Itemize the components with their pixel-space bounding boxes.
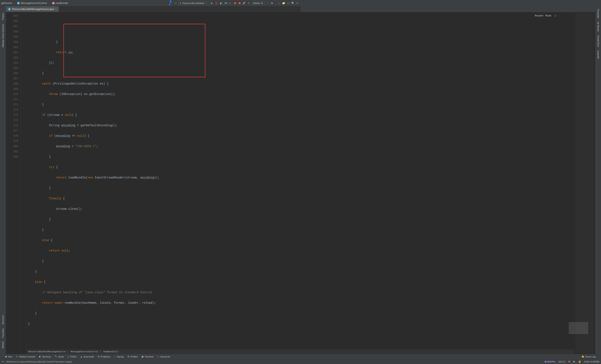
rocket-icon[interactable]: 🚀 xyxy=(242,1,246,5)
run-disabled-icon: ▶ xyxy=(229,1,232,5)
jrebel-selector[interactable]: JRebel▼ xyxy=(251,1,265,5)
coverage-button[interactable]: ◧ xyxy=(219,1,223,5)
debug-button[interactable]: 🐞 xyxy=(215,1,219,5)
run-button[interactable]: ▶ xyxy=(210,1,214,5)
chevron-down-icon: ▼ xyxy=(261,2,263,4)
editor-tab-active[interactable]: C ResourceBundleMessageSource.java × xyxy=(6,6,59,12)
jrebel-debug-icon[interactable]: ⬣ xyxy=(238,1,241,5)
folder-icon[interactable]: 📁 xyxy=(282,1,285,5)
editor-tabs: C ResourceBundleMessageSource.java × xyxy=(0,6,300,12)
method-icon: m xyxy=(52,2,55,5)
breadcrumb-item[interactable]: m newBundle xyxy=(52,2,68,5)
back-icon[interactable]: ↩ xyxy=(174,1,177,5)
editor: 355356357358 359360361362 363364365366 3… xyxy=(6,12,300,182)
fold-gutter[interactable] xyxy=(20,12,26,182)
main-toolbar: geSource 〉 C MessageSourceControl 〉 m ne… xyxy=(0,0,300,6)
navigation-breadcrumb: geSource 〉 C MessageSourceControl 〉 m ne… xyxy=(1,1,68,5)
xrebel-icon[interactable]: ✦ xyxy=(247,1,251,5)
run-configuration-selector[interactable]: ▸ ResourceBundleMain ▼ xyxy=(178,1,209,5)
chevron-right-icon: 〉 xyxy=(13,1,16,5)
line-number-gutter[interactable]: 355356357358 359360361362 363364365366 3… xyxy=(6,12,20,182)
tool-window-project[interactable]: Project xyxy=(2,13,4,20)
stop-disabled-icon: ⬛ xyxy=(265,1,269,5)
tab-label: ResourceBundleMessageSource.java xyxy=(12,8,54,11)
breadcrumb-item[interactable]: C MessageSourceControl xyxy=(17,2,47,5)
class-icon: C xyxy=(17,2,20,5)
user-icon[interactable]: 👤▾ xyxy=(169,1,173,5)
play-icon: ▸ xyxy=(180,2,181,4)
git-update-icon[interactable]: ⭳ xyxy=(277,1,281,5)
code-area[interactable]: Reader Mode ✔ } return is; }); } catch (… xyxy=(26,12,300,182)
presentation-icon[interactable]: ▭ xyxy=(286,1,290,5)
profile-button[interactable]: ◔▾ xyxy=(224,1,228,5)
tool-window-alibaba-cloud[interactable]: Alibaba Cloud Explorer xyxy=(2,24,4,47)
chevron-down-icon: ▼ xyxy=(206,2,207,4)
jrebel-run-icon[interactable]: ⬣ xyxy=(233,1,237,5)
close-icon[interactable]: × xyxy=(55,8,57,11)
search-everywhere-icon[interactable]: 🔍 xyxy=(291,1,295,5)
class-icon: C xyxy=(8,8,11,11)
left-tool-rail: Project Alibaba Cloud Explorer Structure… xyxy=(0,6,6,182)
breadcrumb-item[interactable]: geSource xyxy=(1,2,12,5)
stop-button[interactable]: ■ xyxy=(270,1,274,5)
settings-icon[interactable]: ⛭ xyxy=(295,1,299,5)
chevron-right-icon: 〉 xyxy=(48,1,51,5)
